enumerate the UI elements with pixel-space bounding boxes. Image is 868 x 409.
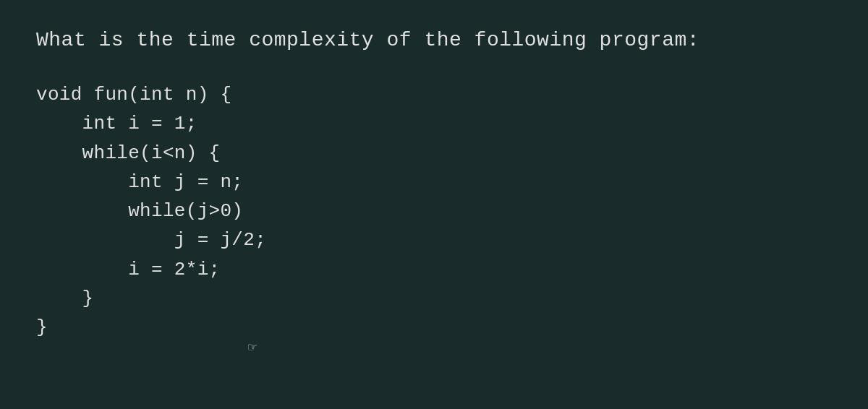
code-line-6: j = j/2; (36, 229, 266, 251)
code-line-5: while(j>0) (36, 200, 243, 222)
code-line-4: int j = n; (36, 171, 243, 193)
code-line-9: } (36, 317, 48, 338)
code-line-3: while(i<n) { (36, 142, 220, 164)
cursor-icon: ☞ (246, 338, 259, 356)
code-line-2: int i = 1; (36, 113, 197, 134)
code-line-8: } (36, 288, 94, 309)
main-container: What is the time complexity of the follo… (0, 0, 868, 409)
code-line-1: void fun(int n) { (36, 84, 231, 106)
code-line-7: i = 2*i; (36, 259, 220, 280)
code-block: void fun(int n) { int i = 1; while(i<n) … (36, 80, 832, 343)
question-text: What is the time complexity of the follo… (36, 29, 832, 51)
